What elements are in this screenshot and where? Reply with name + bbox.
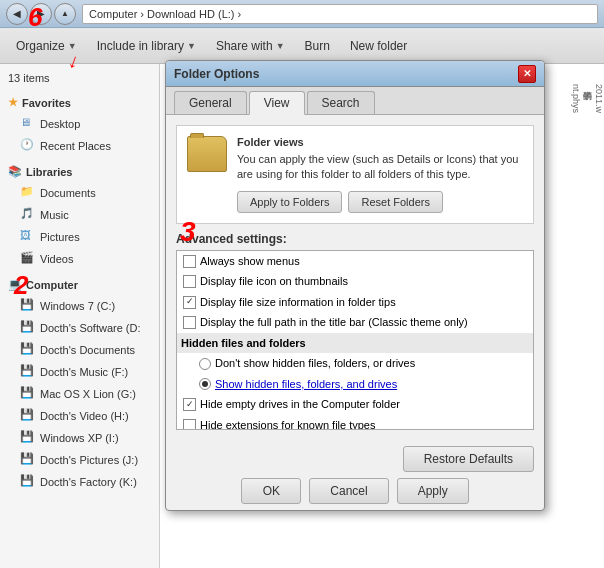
sidebar-item-win7[interactable]: 💾 Windows 7 (C:) (0, 295, 159, 317)
burn-button[interactable]: Burn (297, 32, 338, 60)
desktop-icon: 🖥 (20, 116, 36, 132)
explorer-window: ◀ ▶ ▲ Computer › Download HD (L:) › Orga… (0, 0, 604, 568)
folder-views-buttons: Apply to Folders Reset Folders (237, 191, 523, 213)
folder-views-content: Folder views You can apply the view (suc… (237, 136, 523, 213)
setting-show-hidden[interactable]: Show hidden files, folders, and drives (177, 374, 533, 395)
setting-display-file-size[interactable]: Display file size information in folder … (177, 292, 533, 313)
documents-icon: 📁 (20, 185, 36, 201)
group-hidden-files: Hidden files and folders (177, 333, 533, 354)
checkbox-full-path[interactable] (183, 316, 196, 329)
tab-view[interactable]: View (249, 91, 305, 115)
cancel-button[interactable]: Cancel (309, 478, 388, 504)
folder-options-dialog: Folder Options ✕ General View Search Fol… (165, 60, 545, 511)
sidebar-item-software[interactable]: 💾 Docth's Software (D: (0, 317, 159, 339)
tab-general[interactable]: General (174, 91, 247, 114)
folder-views-description: You can apply the view (such as Details … (237, 152, 523, 183)
organize-dropdown-icon: ▼ (68, 41, 77, 51)
organize-label: Organize (16, 39, 65, 53)
dialog-tabs: General View Search (166, 87, 544, 115)
address-text: Computer › Download HD (L:) › (89, 8, 241, 20)
include-dropdown-icon: ▼ (187, 41, 196, 51)
folder-icon (187, 136, 227, 172)
checkbox-hide-empty-drives[interactable] (183, 398, 196, 411)
burn-label: Burn (305, 39, 330, 53)
ok-button[interactable]: OK (241, 478, 301, 504)
side-text: 2011.w销的事nt.phys (571, 84, 604, 113)
recent-places-icon: 🕐 (20, 138, 36, 154)
drive-i-icon: 💾 (20, 430, 36, 446)
drive-j-icon: 💾 (20, 452, 36, 468)
reset-folders-button[interactable]: Reset Folders (348, 191, 442, 213)
up-button[interactable]: ▲ (54, 3, 76, 25)
share-with-label: Share with (216, 39, 273, 53)
library-icon: 📚 (8, 165, 22, 178)
include-in-library-button[interactable]: Include in library ▼ (89, 32, 204, 60)
drive-d-icon: 💾 (20, 320, 36, 336)
sidebar-item-factory[interactable]: 💾 Docth's Factory (K:) (0, 471, 159, 493)
sidebar-item-video-drive[interactable]: 💾 Docth's Video (H:) (0, 405, 159, 427)
checkbox-always-show-menus[interactable] (183, 255, 196, 268)
dialog-title: Folder Options (174, 67, 259, 81)
include-library-label: Include in library (97, 39, 184, 53)
restore-btn-row: Restore Defaults (176, 446, 534, 472)
favorites-section: ★ Favorites 🖥 Desktop 🕐 Recent Places (0, 92, 159, 157)
bottom-buttons: OK Cancel Apply (176, 478, 534, 504)
tab-search[interactable]: Search (307, 91, 375, 114)
setting-hide-empty-drives[interactable]: Hide empty drives in the Computer folder (177, 394, 533, 415)
radio-dont-show-hidden[interactable] (199, 358, 211, 370)
drive-c-icon: 💾 (20, 298, 36, 314)
sidebar-item-desktop[interactable]: 🖥 Desktop (0, 113, 159, 135)
favorites-header: ★ Favorites (0, 92, 159, 113)
pictures-icon: 🖼 (20, 229, 36, 245)
drive-f-icon: 💾 (20, 364, 36, 380)
star-icon: ★ (8, 96, 18, 109)
back-button[interactable]: ◀ (6, 3, 28, 25)
dialog-body: Folder views You can apply the view (suc… (166, 115, 544, 440)
toolbar: Organize ▼ Include in library ▼ Share wi… (0, 28, 604, 64)
sidebar-item-recent-places[interactable]: 🕐 Recent Places (0, 135, 159, 157)
drive-h-icon: 💾 (20, 408, 36, 424)
computer-icon: 💻 (8, 278, 22, 291)
computer-header: 💻 Computer (0, 274, 159, 295)
folder-views-label: Folder views (237, 136, 523, 148)
setting-always-show-menus[interactable]: Always show menus (177, 251, 533, 272)
organize-button[interactable]: Organize ▼ (8, 32, 85, 60)
sidebar-item-documents[interactable]: 📁 Documents (0, 182, 159, 204)
apply-to-folders-button[interactable]: Apply to Folders (237, 191, 342, 213)
sidebar-item-music[interactable]: 🎵 Music (0, 204, 159, 226)
setting-display-file-icon[interactable]: Display file icon on thumbnails (177, 271, 533, 292)
sidebar-item-winxp[interactable]: 💾 Windows XP (I:) (0, 427, 159, 449)
apply-button[interactable]: Apply (397, 478, 469, 504)
share-dropdown-icon: ▼ (276, 41, 285, 51)
libraries-header: 📚 Libraries (0, 161, 159, 182)
share-with-button[interactable]: Share with ▼ (208, 32, 293, 60)
setting-full-path[interactable]: Display the full path in the title bar (… (177, 312, 533, 333)
sidebar-item-macosx[interactable]: 💾 Mac OS X Lion (G:) (0, 383, 159, 405)
sidebar: 13 items ★ Favorites 🖥 Desktop 🕐 Recent … (0, 64, 160, 568)
item-count: 13 items (0, 68, 159, 92)
advanced-settings-list[interactable]: Always show menus Display file icon on t… (176, 250, 534, 430)
new-folder-button[interactable]: New folder (342, 32, 415, 60)
forward-button[interactable]: ▶ (30, 3, 52, 25)
drive-k-icon: 💾 (20, 474, 36, 490)
sidebar-item-docments[interactable]: 💾 Docth's Documents (0, 339, 159, 361)
sidebar-item-videos[interactable]: 🎬 Videos (0, 248, 159, 270)
checkbox-display-file-icon[interactable] (183, 275, 196, 288)
checkbox-display-file-size[interactable] (183, 296, 196, 309)
music-icon: 🎵 (20, 207, 36, 223)
address-bar[interactable]: Computer › Download HD (L:) › (82, 4, 598, 24)
new-folder-label: New folder (350, 39, 407, 53)
radio-show-hidden[interactable] (199, 378, 211, 390)
dialog-title-bar: Folder Options ✕ (166, 61, 544, 87)
checkbox-hide-extensions[interactable] (183, 419, 196, 430)
sidebar-item-music-drive[interactable]: 💾 Docth's Music (F:) (0, 361, 159, 383)
setting-dont-show-hidden[interactable]: Don't show hidden files, folders, or dri… (177, 353, 533, 374)
restore-defaults-button[interactable]: Restore Defaults (403, 446, 534, 472)
drive-g-icon: 💾 (20, 386, 36, 402)
sidebar-item-pictures-drive[interactable]: 💾 Docth's Pictures (J:) (0, 449, 159, 471)
setting-hide-extensions[interactable]: Hide extensions for known file types (177, 415, 533, 430)
computer-section: 💻 Computer 💾 Windows 7 (C:) 💾 Docth's So… (0, 274, 159, 493)
dialog-close-button[interactable]: ✕ (518, 65, 536, 83)
drive-docs-icon: 💾 (20, 342, 36, 358)
sidebar-item-pictures[interactable]: 🖼 Pictures (0, 226, 159, 248)
